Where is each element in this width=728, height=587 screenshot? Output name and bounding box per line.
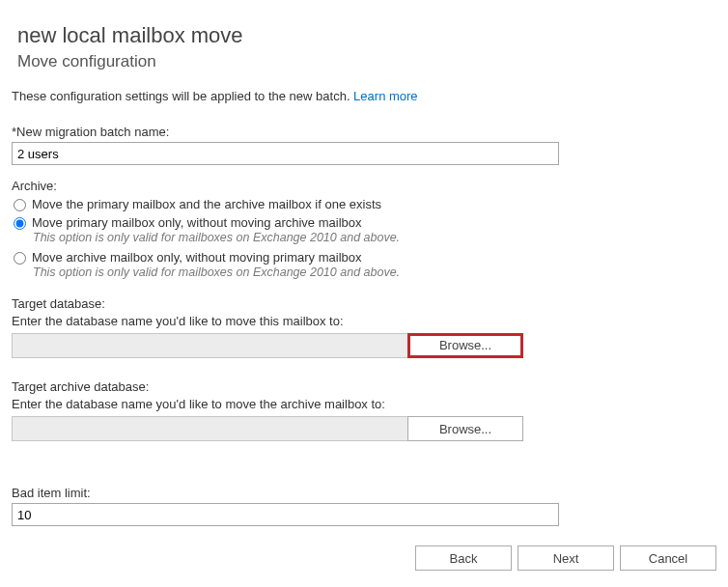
archive-archive-only-hint: This option is only valid for mailboxes … [33, 266, 716, 279]
target-archive-db-input [12, 416, 407, 441]
archive-radio-both-label: Move the primary mailbox and the archive… [32, 197, 381, 211]
page-subtitle: Move configuration [17, 52, 716, 71]
page-title: new local mailbox move [17, 23, 716, 48]
batch-name-label: *New migration batch name: [12, 125, 716, 139]
archive-primary-only-hint: This option is only valid for mailboxes … [33, 231, 716, 244]
archive-radio-both[interactable] [14, 199, 26, 211]
target-archive-db-browse-button[interactable]: Browse... [407, 416, 523, 441]
archive-radio-group: Move the primary mailbox and the archive… [12, 197, 716, 279]
intro-text: These configuration settings will be app… [12, 89, 716, 103]
archive-radio-archive-only[interactable] [14, 252, 26, 265]
cancel-button[interactable]: Cancel [620, 545, 716, 571]
intro-body: These configuration settings will be app… [12, 89, 353, 103]
back-button[interactable]: Back [415, 545, 512, 571]
learn-more-link[interactable]: Learn more [353, 89, 417, 103]
target-db-title: Target database: [12, 296, 716, 311]
target-db-browse-button[interactable]: Browse... [407, 333, 523, 358]
next-button[interactable]: Next [518, 545, 614, 571]
archive-radio-primary-only-label: Move primary mailbox only, without movin… [32, 215, 362, 230]
bad-item-limit-input[interactable] [12, 503, 559, 526]
archive-label: Archive: [12, 179, 716, 193]
target-archive-db-title: Target archive database: [12, 379, 716, 394]
target-archive-db-desc: Enter the database name you'd like to mo… [12, 397, 716, 411]
bad-item-limit-label: Bad item limit: [12, 486, 716, 500]
target-db-desc: Enter the database name you'd like to mo… [12, 314, 716, 328]
archive-radio-archive-only-label: Move archive mailbox only, without movin… [32, 250, 362, 265]
target-db-input [12, 333, 407, 358]
archive-radio-primary-only[interactable] [14, 217, 26, 230]
wizard-footer: Back Next Cancel [12, 545, 716, 571]
batch-name-input[interactable] [12, 142, 559, 165]
